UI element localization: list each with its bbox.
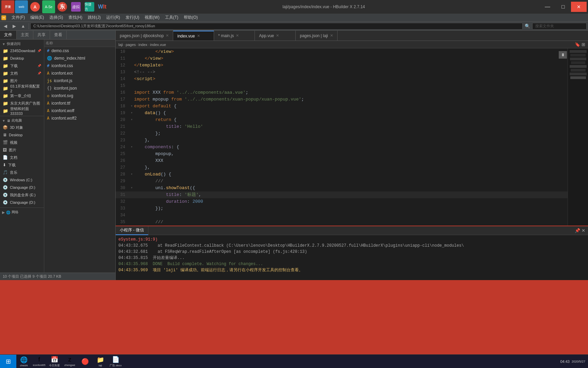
pc-dl[interactable]: ⬇下载: [0, 161, 44, 169]
code-line-17[interactable]: 17 import mpopup from '../../components/…: [116, 96, 568, 103]
file-item-iconfont.svg[interactable]: ◇iconfont.svg: [44, 92, 115, 99]
code-line-20[interactable]: 20▾ return {: [116, 117, 568, 123]
up-button[interactable]: ▲: [19, 22, 27, 30]
code-line-26[interactable]: 26 XXX: [116, 157, 568, 164]
tab-miniprogram[interactable]: 小程序 - 微信: [116, 226, 148, 235]
tab-close-button[interactable]: ✕: [197, 34, 200, 38]
taskbar-app-laji[interactable]: 📁laji: [93, 355, 108, 368]
pc-pics[interactable]: 🖼图片: [0, 146, 44, 154]
file-item-iconfont.ttf[interactable]: Aiconfont.ttf: [44, 99, 115, 107]
pc-e[interactable]: 💿我的盘全库 (E:): [0, 191, 44, 199]
collapse-arrow-3[interactable]: ▶: [2, 211, 5, 214]
app-icon-5[interactable]: 东: [56, 0, 69, 13]
file-item-iconfont.woff2[interactable]: Aiconfont.woff2: [44, 114, 115, 122]
code-line-23[interactable]: 23 },: [116, 137, 568, 144]
tab-view[interactable]: 查看: [50, 31, 67, 39]
code-line-35[interactable]: 35 ///: [116, 219, 568, 226]
menu-item-编辑(E)[interactable]: 编辑(E): [28, 14, 47, 22]
menu-item-跳转(J)[interactable]: 跳转(J): [85, 14, 103, 22]
close-button[interactable]: ✕: [571, 2, 587, 12]
menu-item-发行(U)[interactable]: 发行(U): [123, 14, 142, 22]
editor-tab-pages.json-|-laji[interactable]: pages.json | laji✕: [296, 31, 338, 41]
code-line-16[interactable]: 16 import XXX from '../../components/aaa…: [116, 89, 568, 96]
qa-item-desktop[interactable]: 📁 Desktop: [0, 55, 44, 62]
taskbar-app-iconfont65[interactable]: ficonfont65: [32, 355, 47, 368]
app-icon-1[interactable]: 开发: [1, 0, 14, 13]
pc-c[interactable]: 💿Windows (C:): [0, 176, 44, 184]
start-button[interactable]: ⊞: [0, 355, 16, 368]
menu-item-帮助(O)[interactable]: 帮助(O): [181, 14, 200, 22]
qa-item-dev[interactable]: 📁 03.1开发环境配置2: [0, 85, 44, 92]
code-line-32[interactable]: 32 duration: 2000: [116, 198, 568, 205]
fold-button[interactable]: ▾: [129, 144, 134, 151]
pc-docs[interactable]: 📄文档: [0, 154, 44, 161]
code-editor[interactable]: 10 </view>11 </view>12 </template>13 <!-…: [116, 48, 568, 226]
app-icon-7[interactable]: 快捷方: [83, 0, 96, 13]
code-line-33[interactable]: 33 });: [116, 205, 568, 212]
code-line-10[interactable]: 10 </view>: [116, 48, 568, 55]
app-icon-6[interactable]: 虚拟: [69, 0, 82, 13]
app-icon-3[interactable]: A: [29, 0, 42, 13]
pc-desktop[interactable]: 🖥Desktop: [0, 131, 44, 139]
code-line-27[interactable]: 27 },: [116, 164, 568, 171]
collapse-arrow[interactable]: ▼: [2, 42, 5, 46]
pc-music[interactable]: 🎵音乐: [0, 169, 44, 176]
tab-file[interactable]: 文件: [0, 31, 17, 39]
fold-button[interactable]: ▾: [129, 171, 134, 178]
file-item-demo_index.html[interactable]: 🌐demo_index.html: [44, 55, 115, 62]
qa-item-ch1[interactable]: 📁 第一章_介绍: [0, 92, 44, 99]
fold-button[interactable]: ▾: [129, 117, 134, 123]
code-line-28[interactable]: 28▾ onLoad() {: [116, 171, 568, 178]
code-line-21[interactable]: 21 title: 'Hello': [116, 123, 568, 130]
editor-tab-App.vue[interactable]: App.vue✕: [255, 31, 296, 41]
editor-tab-index.vue[interactable]: index.vue✕: [173, 31, 214, 41]
pause-button[interactable]: ⏸: [559, 51, 567, 59]
taskbar-app-icon[interactable]: 🔴: [78, 355, 93, 368]
code-line-29[interactable]: 29 ///: [116, 178, 568, 185]
code-line-15[interactable]: 15: [116, 82, 568, 89]
file-item-iconfont.woff[interactable]: Aiconfont.woff: [44, 107, 115, 114]
maximize-button[interactable]: ☐: [555, 2, 571, 12]
menu-item-运行(R)[interactable]: 运行(R): [103, 14, 123, 22]
forward-button[interactable]: ▶: [10, 22, 18, 30]
split-icon[interactable]: ⊞: [582, 42, 585, 47]
code-line-34[interactable]: 34: [116, 212, 568, 219]
menu-item-选择(S)[interactable]: 选择(S): [47, 14, 66, 22]
app-icon-2[interactable]: web: [15, 0, 28, 13]
app-icon-4[interactable]: A-Se: [42, 0, 55, 13]
qa-item-docs[interactable]: 📁 文档 📌: [0, 70, 44, 77]
code-line-14[interactable]: 14 <script>: [116, 76, 568, 82]
pc-d2[interactable]: 💿Clanguage (D:): [0, 199, 44, 206]
tab-share[interactable]: 共享: [33, 31, 50, 39]
file-item-iconfont.js[interactable]: jsiconfont.js: [44, 77, 115, 85]
code-line-13[interactable]: 13 <!-- -->: [116, 69, 568, 76]
pc-d1[interactable]: 💿Clanguage (D:): [0, 184, 44, 191]
code-line-22[interactable]: 22 };: [116, 130, 568, 137]
file-item-iconfont.css[interactable]: #iconfont.css: [44, 62, 115, 70]
breadcrumb-item-laji[interactable]: laji: [118, 43, 123, 47]
menu-item-工具(T)[interactable]: 工具(T): [162, 14, 181, 22]
search-bar[interactable]: 搜索文件夹: [532, 23, 587, 30]
network-header[interactable]: ▶ 🌐 网络: [0, 209, 44, 215]
code-line-31[interactable]: 31 title: '标题',: [116, 191, 568, 198]
qa-item-2345[interactable]: 📁 2345Download 📌: [0, 47, 44, 55]
this-pc-header[interactable]: ▼ 🖥 此电脑: [0, 118, 44, 124]
fold-button[interactable]: ▾: [129, 110, 134, 117]
breadcrumb-item-index[interactable]: index: [138, 43, 147, 47]
minimize-button[interactable]: —: [540, 2, 555, 12]
code-line-25[interactable]: 25 mpopup,: [116, 151, 568, 157]
tab-close-button[interactable]: ✕: [166, 33, 169, 38]
menu-item-查找(H)[interactable]: 查找(H): [66, 14, 85, 22]
tab-close-button[interactable]: ✕: [276, 33, 279, 38]
taskbar-app-广告.docx[interactable]: 📄广告.docx: [108, 355, 123, 368]
taskbar-app-今日失签[interactable]: 📅今日失签: [47, 355, 62, 368]
bottom-close-icon[interactable]: ✕: [582, 228, 585, 233]
fold-button[interactable]: ▾: [129, 185, 134, 191]
editor-tab-pages.json-|-djbookshop[interactable]: pages.json | djbookshop✕: [116, 31, 173, 41]
breadcrumb-item-index.vue[interactable]: index.vue: [150, 43, 166, 47]
code-line-12[interactable]: 12 </template>: [116, 62, 568, 69]
taskbar-app-zhengwe[interactable]: zzhengwe: [62, 355, 77, 368]
pc-video[interactable]: 🎬视频: [0, 139, 44, 146]
bookmark-icon[interactable]: 🔖: [575, 42, 580, 47]
bottom-pin-icon[interactable]: 📌: [575, 228, 580, 233]
